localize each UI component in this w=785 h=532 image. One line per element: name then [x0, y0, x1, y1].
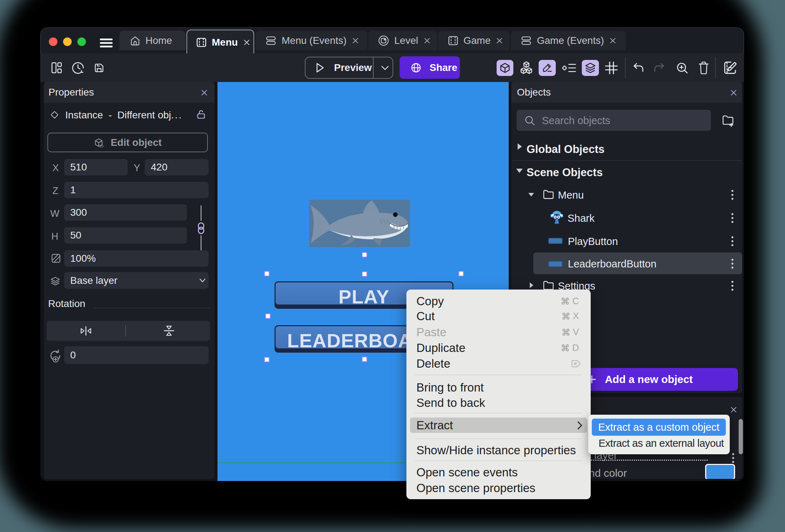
svg-text:2D: 2D — [99, 144, 104, 148]
